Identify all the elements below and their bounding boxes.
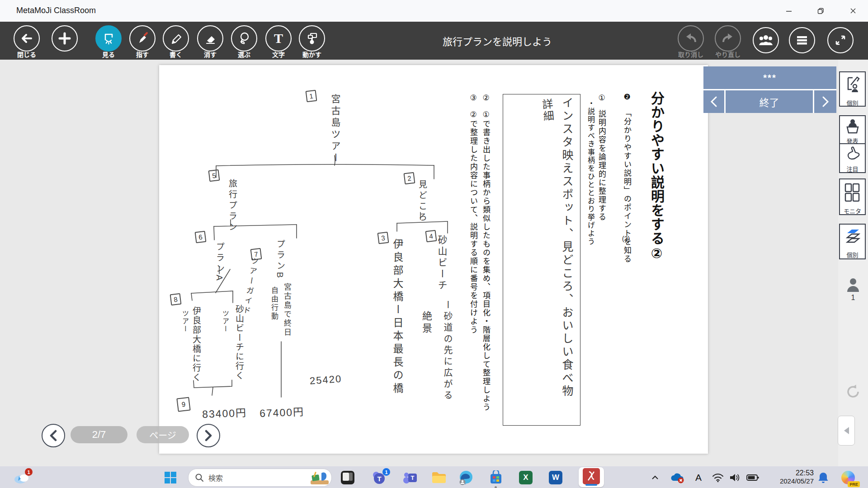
minimize-button[interactable] [775,0,803,22]
search-box[interactable]: 検索 [188,469,332,487]
move-tool-label: 動かす [295,50,329,59]
restore-button[interactable] [807,0,835,22]
step1-marker: ① [597,93,606,103]
excel-tile: X [519,471,533,484]
chevron-up-icon [651,474,659,481]
copilot-pre-badge: PRE [848,481,860,487]
notification-bell-button[interactable] [816,470,830,485]
tree-plan-a: プランA [213,242,226,287]
next-page-button[interactable] [197,424,220,447]
ms-store-icon[interactable] [488,470,504,485]
menu-button[interactable] [785,27,819,61]
pointer-tool-button[interactable]: 指す [125,25,160,59]
pointer-tool-label: 指す [125,50,160,59]
text-tool-button[interactable]: T 文字 [261,25,296,59]
window-titlebar: MetaMoJi ClassRoom [0,0,868,22]
class-panel: *** 終了 [703,66,836,113]
store-running-dot [495,486,497,488]
step2-text: ①で書き出した事柄から類似したものを集め、項目化・階層化して整理しよう [481,110,490,412]
view-tool-button[interactable]: 見る [91,25,126,59]
teams-work-icon[interactable]: T [402,470,418,485]
file-explorer-icon[interactable] [431,470,447,485]
monitor-grid-icon [844,182,861,205]
view-tool-label: 見る [91,50,126,59]
ime-indicator[interactable]: A [693,470,704,485]
expand-arrows-icon [834,33,847,47]
tree-number-8: 8 [170,293,182,306]
tree-price-a: 83400円 [202,404,247,421]
edge-browser-icon[interactable] [458,470,474,485]
fullscreen-button[interactable] [823,27,858,61]
battery-tray-icon[interactable] [745,470,760,485]
participants-button[interactable] [749,27,783,61]
move-tool-button[interactable]: 動かす [295,25,329,59]
teacher-sidebar: 個別 発表 注目 モニタ 個別 1 [838,60,868,466]
redo-button[interactable]: やり直し [711,25,745,59]
search-placeholder: 検索 [208,472,223,483]
step3-marker: ③ [468,93,477,103]
word-icon[interactable]: W [548,470,563,485]
app-title: MetaMoJi ClassRoom [16,6,96,15]
widgets-button[interactable]: 1 [12,470,32,485]
widgets-badge: 1 [25,468,33,476]
copilot-button[interactable]: PRE [838,470,858,485]
undo-label: 取り消し [674,50,708,59]
onedrive-tray-icon[interactable] [669,470,685,485]
close-document-button[interactable]: 閉じる [9,25,44,59]
class-next-button[interactable] [814,90,836,113]
tool-attention[interactable]: 注目 [839,143,866,173]
chevron-left-icon [710,96,718,108]
erase-tool-button[interactable]: 消す [193,25,227,59]
select-tool-button[interactable]: 選ぶ [227,25,261,59]
write-tool-button[interactable]: 書く [159,25,193,59]
search-icon [195,473,204,482]
start-button[interactable] [163,470,178,485]
lesson-point-marker: ❷ [622,92,631,102]
tray-expand-button[interactable] [648,470,662,485]
wifi-tray-icon[interactable] [711,470,725,485]
tool-individual-1[interactable]: 個別 [839,71,866,107]
page-indicator: 2/7 [71,426,127,443]
metamoji-taskbar-active[interactable] [579,467,604,487]
add-button[interactable] [47,25,82,59]
class-end-button[interactable]: 終了 [726,90,813,113]
excel-icon[interactable]: X [518,470,533,485]
minimize-icon [786,8,792,14]
volume-tray-icon[interactable] [728,470,742,485]
worksheet-title: 分かりやすい説明をする② [646,91,666,240]
tree-spot2: 砂山ビーチ [435,235,448,300]
class-prev-button[interactable] [703,90,724,113]
tree-highlights: 見どころ [416,180,428,221]
tool-individual-2[interactable]: 個別 [839,224,866,259]
tree-tour1: 伊良部大橋に行く [190,306,202,385]
redo-label: やり直し [711,50,745,59]
tool-monitor[interactable]: モニタ [839,178,866,215]
back-arrow-icon [20,32,33,45]
word-tile: W [549,471,562,484]
step2-marker: ② [481,93,490,103]
text-tool-label: 文字 [261,50,296,59]
document-title: 旅行プランを説明しよう [425,33,570,48]
collapse-arrow-icon [843,426,850,435]
worksheet-page[interactable]: 1 宮古島ツアー 5 旅行プラン 6 プランA 7 ツアーガイド プランB 宮古… [159,65,708,454]
tree-number-5: 5 [208,169,220,182]
dark-app-icon[interactable] [340,470,355,485]
page-next-icon [204,430,213,441]
undo-button[interactable]: 取り消し [674,25,708,59]
prev-page-button[interactable] [42,424,65,447]
collapse-sidebar-button[interactable] [838,416,855,446]
class-panel-header: *** [703,66,836,89]
page-indicator-text: 2/7 [92,429,106,441]
tool-attention-label: 注目 [840,164,865,174]
teams-personal-icon[interactable]: T 1 [371,470,389,485]
svg-text:T: T [411,474,415,481]
undo-icon [684,31,698,46]
tool-present[interactable]: 発表 [839,115,866,145]
close-icon [850,8,856,14]
close-window-button[interactable] [839,0,867,22]
tree-plan-b: プランB [274,239,286,289]
clock-tray[interactable]: 22:53 2024/05/27 [769,469,814,485]
page-list-button[interactable]: ページ [137,426,189,443]
write-tool-label: 書く [159,50,193,59]
sync-button[interactable] [844,383,862,402]
